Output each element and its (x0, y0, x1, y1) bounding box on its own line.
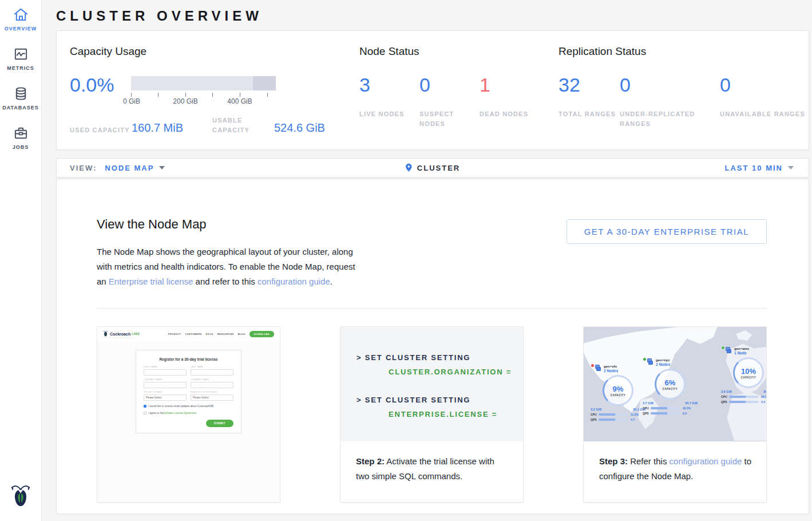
node-map-description: The Node Map shows the geographical layo… (97, 244, 361, 289)
field-label: COMPANY EMAIL (191, 378, 233, 381)
breadcrumb-cluster: CLUSTER (417, 164, 460, 172)
used-capacity: 3.7 GiB (643, 401, 653, 405)
nav-item: BLOG (238, 333, 245, 336)
step1-caption: Step 1: Get a trial license delivered st… (97, 502, 280, 503)
total-ranges-value: 32 (559, 75, 620, 94)
under-replicated-label: UNDER-REPLICATED RANGES (620, 109, 706, 129)
nav-item: RESOURCES (217, 333, 234, 336)
used-capacity-value: 160.7 MiB (132, 121, 212, 135)
step2-sql-snippet: > SET CLUSTER SETTING CLUSTER.ORGANIZATI… (340, 327, 523, 441)
step3-card: geo=sfo 2 Nodes 9% CAPACITY 3.2 GiB 35.1… (583, 326, 767, 503)
live-nodes-value: 3 (359, 75, 419, 94)
sidebar-item-metrics[interactable]: METRICS (0, 46, 41, 71)
unavailable-ranges-label: UNAVAILABLE RANGES (720, 109, 805, 119)
capacity-ring: 10% CAPACITY (733, 357, 764, 388)
company-email-input (191, 382, 233, 388)
sidebar-item-label: DATABASES (2, 105, 39, 110)
step3-caption: Step 3: Refer this configuration guide t… (584, 441, 766, 484)
step3-label: Step 3: (599, 456, 628, 466)
qps-label: QPS (591, 418, 599, 421)
last-name-input (191, 369, 233, 376)
enterprise-trial-license-link[interactable]: Enterprise trial license (109, 277, 193, 286)
capacity-axis-ticks (131, 92, 276, 97)
enterprise-trial-button[interactable]: GET A 30-DAY ENTERPRISE TRIAL (567, 219, 767, 244)
license-agreement-link: Software License Agreement. (164, 412, 197, 415)
chevron-down-icon (788, 166, 794, 169)
used-capacity-label: USED CAPACITY (70, 125, 132, 135)
node-stack-icon (595, 365, 601, 371)
trial-registration-form: Register for a 30-day trial license FIRS… (136, 350, 241, 433)
time-range-dropdown[interactable]: LAST 10 MIN (725, 164, 794, 172)
time-range-value: LAST 10 MIN (725, 164, 783, 172)
sidebar-item-jobs[interactable]: JOBS (0, 125, 41, 150)
field-label: PROJECT PHASE (144, 391, 187, 393)
capacity-label: CAPACITY (611, 394, 626, 397)
tick-label: 200 GiB (173, 97, 197, 105)
home-icon (13, 7, 29, 22)
locality-name: geo=nyc (656, 358, 670, 362)
submit-button: SUBMIT (206, 420, 233, 427)
mini-site-header: Cockroach LABS PRODUCT CUSTOMERS DOCS RE… (97, 327, 280, 341)
qps-bar (599, 419, 628, 421)
live-nodes-stat: 3 LIVE NODES (359, 75, 419, 129)
qps-bar (729, 401, 759, 403)
step2-card: > SET CLUSTER SETTING CLUSTER.ORGANIZATI… (340, 326, 524, 503)
usable-capacity: 43.7 GiB (685, 401, 698, 405)
checkbox-label: I would like to receive email updates ab… (148, 405, 214, 408)
total-ranges-label: TOTAL RANGES (559, 109, 620, 119)
first-name-input (144, 369, 187, 376)
capacity-percent: 9% (613, 385, 624, 393)
field-label: REASON FOR INTEREST (191, 391, 233, 393)
checkbox-checked-icon (144, 405, 146, 408)
locality-node-count: 2 Nodes (656, 362, 670, 366)
step2-label: Step 2: (356, 456, 385, 466)
usable-capacity-value: 524.6 GiB (274, 121, 355, 135)
view-selector-value: NODE MAP (105, 164, 154, 172)
locality-node-count: 1 Node (734, 351, 749, 355)
step1-screenshot: Cockroach LABS PRODUCT CUSTOMERS DOCS RE… (97, 327, 280, 502)
step1-card: Cockroach LABS PRODUCT CUSTOMERS DOCS RE… (97, 326, 280, 503)
view-selector-dropdown[interactable]: NODE MAP (105, 164, 165, 172)
checkbox-label: I agree to the (148, 412, 164, 415)
step2-caption: Step 2: Activate the trial license with … (340, 441, 523, 484)
field-label: LAST NAME (191, 366, 233, 368)
capacity-axis-labels: 0 GiB 200 GiB 400 GiB (131, 97, 276, 106)
reason-select: Please Select (191, 394, 233, 401)
under-replicated-stat: 0 UNDER-REPLICATED RANGES (620, 75, 720, 129)
replication-status-title: Replication Status (559, 45, 809, 58)
total-ranges-stat: 32 TOTAL RANGES (559, 75, 620, 129)
qps-value: 4.7 (631, 418, 635, 421)
step3-text: Refer this (630, 456, 667, 466)
sidebar: OVERVIEW METRICS DATABASES JOBS (0, 0, 42, 521)
configuration-guide-link[interactable]: configuration guide (670, 456, 742, 466)
company-name-input (144, 382, 187, 388)
nav-item: CUSTOMERS (185, 333, 201, 336)
locality-node-count: 2 Nodes (604, 369, 618, 373)
capacity-percent: 10% (741, 367, 756, 376)
configuration-guide-link[interactable]: configuration guide (258, 277, 330, 286)
status-dot-icon (643, 357, 647, 361)
unavailable-ranges-value: 0 (720, 75, 805, 94)
field-label: FIRST NAME (144, 366, 187, 368)
project-phase-select: Please Select (144, 394, 187, 401)
suspect-nodes-label: SUSPECT NODES (419, 109, 480, 129)
suspect-nodes-value: 0 (419, 75, 480, 94)
brand-text: Cockroach (110, 332, 130, 336)
sidebar-item-overview[interactable]: OVERVIEW (0, 7, 41, 31)
node-stack-icon (647, 358, 653, 365)
checkbox-icon (144, 412, 146, 415)
replication-status-section: Replication Status 32 TOTAL RANGES 0 UND… (559, 45, 809, 149)
node-stack-icon (726, 347, 732, 353)
step3-node-map-preview: geo=sfo 2 Nodes 9% CAPACITY 3.2 GiB 35.1… (584, 327, 766, 441)
under-replicated-value: 0 (620, 75, 720, 94)
cpu-bar (729, 396, 759, 398)
sidebar-item-databases[interactable]: DATABASES (0, 86, 41, 110)
sidebar-item-label: OVERVIEW (5, 26, 37, 31)
usable-capacity-label: USABLE CAPACITY (212, 116, 274, 135)
divider (97, 308, 767, 309)
page-title: CLUSTER OVERVIEW (56, 0, 809, 30)
tick-label: 400 GiB (227, 97, 252, 105)
node-status-title: Node Status (359, 45, 559, 58)
used-capacity: 3.6 GiB (721, 390, 732, 393)
qps-label: QPS (643, 412, 651, 415)
